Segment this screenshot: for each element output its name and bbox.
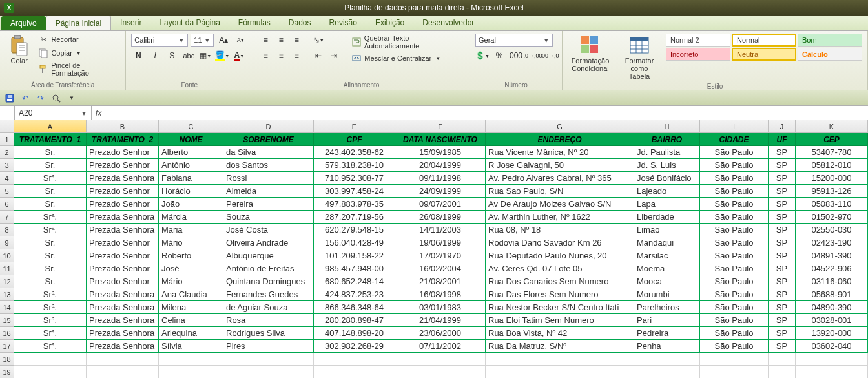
data-cell[interactable]: Rossi [223, 172, 314, 185]
data-cell[interactable]: Rua Nestor Becker S/N Centro Itati [486, 301, 634, 314]
data-cell[interactable]: José Costa [223, 224, 314, 236]
row-header[interactable]: 16 [0, 327, 14, 340]
col-header[interactable]: G [486, 120, 634, 133]
redo-button[interactable]: ↷ [35, 92, 46, 104]
row-header[interactable]: 1 [0, 133, 14, 146]
data-cell[interactable]: 710.952.308-77 [314, 172, 395, 185]
data-cell[interactable]: 424.837.253-23 [314, 288, 395, 301]
data-cell[interactable]: Prezado Senhor [87, 275, 159, 288]
data-cell[interactable]: Pires [223, 340, 314, 353]
empty-cell[interactable] [634, 366, 700, 378]
col-header[interactable]: F [395, 120, 486, 133]
row-header[interactable]: 14 [0, 301, 14, 314]
tab-layout-da-p-gina[interactable]: Layout da Página [150, 16, 229, 30]
align-right-button[interactable]: ≡ [289, 49, 304, 62]
column-header-cell[interactable]: UF [769, 133, 796, 146]
data-cell[interactable]: Prezada Senhora [87, 224, 159, 236]
data-cell[interactable]: Liberdade [634, 211, 700, 224]
col-header[interactable]: I [700, 120, 769, 133]
row-header[interactable]: 10 [0, 249, 14, 262]
column-header-cell[interactable]: CEP [796, 133, 868, 146]
data-cell[interactable]: São Paulo [700, 327, 769, 340]
print-preview-button[interactable] [50, 92, 62, 104]
qat-customize-button[interactable]: ▼ [66, 92, 78, 104]
data-cell[interactable]: Alberto [159, 146, 223, 159]
data-cell[interactable]: Prezado Senhor [87, 236, 159, 249]
data-cell[interactable]: Milena [159, 301, 223, 314]
orientation-button[interactable]: ⤡▼ [311, 34, 326, 47]
italic-button[interactable]: I [148, 49, 162, 62]
data-cell[interactable]: 02550-030 [796, 224, 868, 236]
data-cell[interactable]: São Paulo [700, 249, 769, 262]
row-header[interactable]: 3 [0, 159, 14, 172]
data-cell[interactable]: 03116-060 [796, 275, 868, 288]
data-cell[interactable]: Sr. [14, 185, 87, 198]
col-header[interactable]: C [159, 120, 223, 133]
data-cell[interactable]: Rua Da Matruz, S/Nº [486, 340, 634, 353]
data-cell[interactable]: Prezado Senhor [87, 262, 159, 275]
data-cell[interactable]: 21/08/2001 [395, 275, 486, 288]
empty-cell[interactable] [159, 366, 223, 378]
data-cell[interactable]: SP [769, 314, 796, 327]
tab-p-gina-inicial[interactable]: Página Inicial [46, 16, 111, 30]
data-cell[interactable]: 16/08/1998 [395, 288, 486, 301]
merge-center-button[interactable]: Mesclar e Centralizar▼ [350, 52, 464, 64]
empty-cell[interactable] [700, 366, 769, 378]
row-header[interactable]: 7 [0, 211, 14, 224]
data-cell[interactable]: Rua Das Flores Sem Numero [486, 288, 634, 301]
data-cell[interactable]: R Jose Galvagni, 50 [486, 159, 634, 172]
data-cell[interactable]: Srª. [14, 224, 87, 236]
data-cell[interactable]: São Paulo [700, 288, 769, 301]
underline-button[interactable]: S [165, 49, 179, 62]
data-cell[interactable]: Rua Sao Paulo, S/N [486, 185, 634, 198]
data-cell[interactable]: SP [769, 275, 796, 288]
data-cell[interactable]: 24/09/1999 [395, 185, 486, 198]
data-cell[interactable]: 407.148.898-20 [314, 327, 395, 340]
data-cell[interactable]: SP [769, 249, 796, 262]
data-cell[interactable]: Srª. [14, 288, 87, 301]
column-header-cell[interactable]: DATA NASCIMENTO [395, 133, 486, 146]
data-cell[interactable]: Srª. [14, 211, 87, 224]
data-cell[interactable]: Rodrigues Silva [223, 327, 314, 340]
data-cell[interactable]: Mário [159, 236, 223, 249]
data-cell[interactable]: Prezada Senhora [87, 314, 159, 327]
data-cell[interactable]: Horácio [159, 185, 223, 198]
style-calculo[interactable]: Cálculo [798, 48, 862, 61]
row-header[interactable]: 13 [0, 288, 14, 301]
comma-button[interactable]: 000 [509, 49, 523, 62]
row-header[interactable]: 12 [0, 275, 14, 288]
data-cell[interactable]: Rua Deputado Paulo Nunes, 20 [486, 249, 634, 262]
data-cell[interactable]: SP [769, 224, 796, 236]
data-cell[interactable]: 16/02/2004 [395, 262, 486, 275]
fill-color-button[interactable]: 🪣▼ [215, 49, 229, 62]
data-cell[interactable]: 03602-040 [796, 340, 868, 353]
empty-cell[interactable] [314, 353, 395, 366]
data-cell[interactable]: Maria [159, 224, 223, 236]
data-cell[interactable]: 95913-126 [796, 185, 868, 198]
data-cell[interactable]: Prezado Senhor [87, 198, 159, 211]
data-cell[interactable]: SP [769, 327, 796, 340]
font-size-combo[interactable]: 11▾ [191, 34, 214, 47]
data-cell[interactable]: Av. Pedro Alvares Cabral, Nº 365 [486, 172, 634, 185]
col-header[interactable]: A [14, 120, 87, 133]
data-cell[interactable]: Arlequina [159, 327, 223, 340]
data-cell[interactable]: Sílvia [159, 340, 223, 353]
data-cell[interactable]: João [159, 198, 223, 211]
style-normal[interactable]: Normal [732, 34, 796, 47]
data-cell[interactable]: 04890-390 [796, 301, 868, 314]
row-header[interactable]: 11 [0, 262, 14, 275]
data-cell[interactable]: Sr. [14, 146, 87, 159]
data-cell[interactable]: Pedreira [634, 327, 700, 340]
data-cell[interactable]: 02423-190 [796, 236, 868, 249]
data-cell[interactable]: Sr. [14, 249, 87, 262]
row-header[interactable]: 15 [0, 314, 14, 327]
data-cell[interactable]: 09/07/2001 [395, 198, 486, 211]
data-cell[interactable]: Penha [634, 340, 700, 353]
row-header[interactable]: 9 [0, 236, 14, 249]
data-cell[interactable]: Moema [634, 262, 700, 275]
data-cell[interactable]: 21/04/1999 [395, 314, 486, 327]
data-cell[interactable]: Rodovia Dario Savador Km 26 [486, 236, 634, 249]
style-neutra[interactable]: Neutra [732, 48, 796, 61]
data-cell[interactable]: São Paulo [700, 172, 769, 185]
data-cell[interactable]: São Paulo [700, 236, 769, 249]
